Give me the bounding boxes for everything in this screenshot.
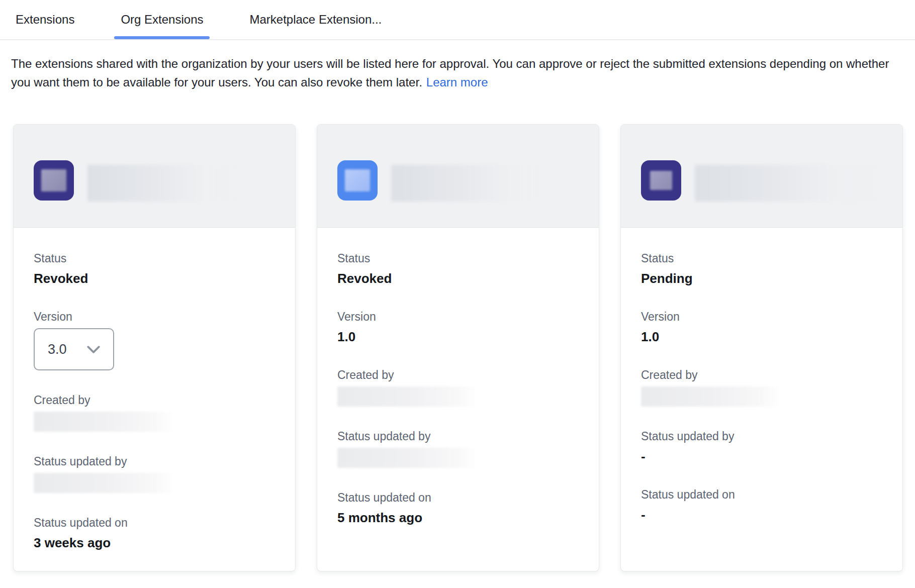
card-header	[317, 125, 599, 228]
field-label-status-updated-by: Status updated by	[337, 429, 579, 444]
extension-card-1: StatusRevokedVersion3.0Created byStatus …	[13, 124, 296, 571]
extension-icon-content-blurred	[650, 171, 672, 190]
redacted-value-created-by	[34, 412, 174, 432]
field-version: Version1.0	[641, 309, 882, 345]
redacted-value-status-updated-by	[34, 473, 174, 493]
field-created-by: Created by	[337, 367, 579, 407]
field-value-status: Revoked	[337, 270, 579, 287]
field-status-updated-on: Status updated on5 months ago	[337, 490, 579, 526]
learn-more-link[interactable]: Learn more	[426, 75, 488, 89]
card-header	[14, 125, 295, 228]
field-value-status-updated-on: -	[641, 506, 882, 523]
field-status: StatusRevoked	[337, 251, 579, 287]
card-header	[621, 125, 902, 228]
field-status-updated-by: Status updated by	[337, 429, 579, 468]
field-label-status-updated-on: Status updated on	[641, 487, 882, 502]
field-status-updated-by: Status updated by	[34, 454, 275, 493]
field-version: Version3.0	[34, 309, 275, 370]
field-label-status-updated-by: Status updated by	[641, 429, 882, 444]
extension-card-3: StatusPendingVersion1.0Created byStatus …	[620, 124, 903, 571]
field-value-status-updated-by: -	[641, 448, 882, 465]
field-label-created-by: Created by	[641, 367, 882, 382]
redacted-value-created-by	[641, 386, 782, 407]
field-label-status-updated-on: Status updated on	[34, 515, 275, 530]
extension-app-icon	[641, 160, 681, 201]
field-value-status-updated-on: 5 months ago	[337, 509, 579, 526]
version-dropdown[interactable]: 3.0	[34, 328, 114, 370]
field-label-status: Status	[641, 251, 882, 266]
field-label-status: Status	[337, 251, 579, 266]
extension-card-2: StatusRevokedVersion1.0Created byStatus …	[317, 124, 599, 571]
extension-icon-content-blurred	[345, 169, 370, 191]
field-label-created-by: Created by	[337, 367, 579, 382]
card-body: StatusRevokedVersion1.0Created byStatus …	[317, 228, 599, 526]
extension-name-redacted	[695, 165, 878, 202]
redacted-value-created-by	[337, 386, 478, 407]
field-status-updated-on: Status updated on3 weeks ago	[34, 515, 275, 551]
field-value-version: 1.0	[337, 328, 579, 345]
tab-org-extensions[interactable]: Org Extensions	[114, 0, 210, 39]
field-version: Version1.0	[337, 309, 579, 345]
extension-name-redacted	[391, 165, 542, 202]
field-value-status: Revoked	[34, 270, 275, 287]
field-status: StatusPending	[641, 251, 882, 287]
field-label-status-updated-by: Status updated by	[34, 454, 275, 469]
field-label-status: Status	[34, 251, 275, 266]
field-value-status: Pending	[641, 270, 882, 287]
tab-bar: Extensions Org Extensions Marketplace Ex…	[0, 0, 915, 40]
field-label-version: Version	[34, 309, 275, 324]
extension-icon-content-blurred	[41, 169, 66, 191]
field-label-version: Version	[641, 309, 882, 324]
field-label-version: Version	[337, 309, 579, 324]
field-label-created-by: Created by	[34, 393, 275, 408]
field-status: StatusRevoked	[34, 251, 275, 287]
page-description: The extensions shared with the organizat…	[11, 54, 904, 91]
cards-row: StatusRevokedVersion3.0Created byStatus …	[13, 124, 915, 571]
redacted-value-status-updated-by	[337, 448, 478, 468]
extension-app-icon	[337, 160, 378, 201]
extension-app-icon	[34, 160, 74, 201]
extension-name-redacted	[87, 165, 236, 202]
field-status-updated-by: Status updated by-	[641, 429, 882, 465]
tab-marketplace-extensions[interactable]: Marketplace Extension...	[243, 0, 388, 39]
tab-extensions[interactable]: Extensions	[9, 0, 81, 39]
field-value-version: 1.0	[641, 328, 882, 345]
field-created-by: Created by	[641, 367, 882, 407]
version-dropdown-value: 3.0	[48, 342, 67, 357]
card-body: StatusRevokedVersion3.0Created byStatus …	[14, 228, 295, 551]
chevron-down-icon	[87, 346, 100, 353]
field-value-status-updated-on: 3 weeks ago	[34, 534, 275, 551]
field-label-status-updated-on: Status updated on	[337, 490, 579, 505]
card-body: StatusPendingVersion1.0Created byStatus …	[621, 228, 902, 523]
field-status-updated-on: Status updated on-	[641, 487, 882, 523]
field-created-by: Created by	[34, 393, 275, 432]
